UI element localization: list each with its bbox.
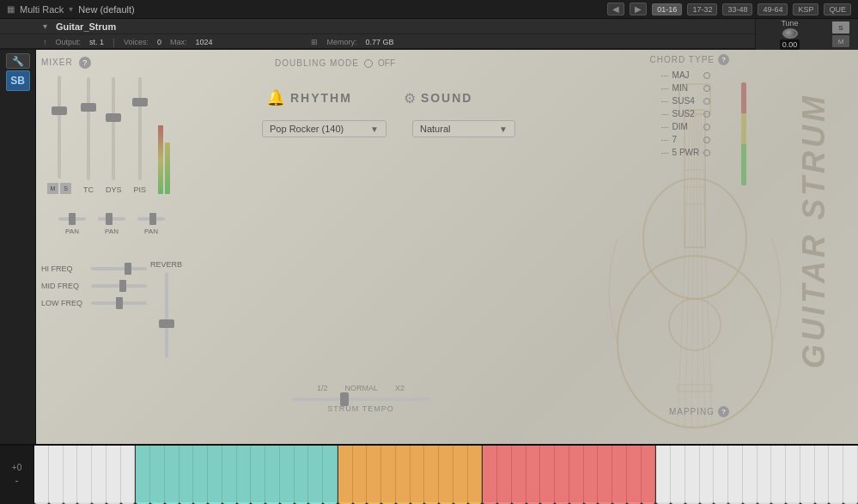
m-fader-btn[interactable]: M bbox=[47, 183, 58, 194]
white-key-orange[interactable] bbox=[468, 446, 483, 504]
chord-dim[interactable]: --- DIM bbox=[650, 122, 729, 131]
white-key-teal[interactable] bbox=[193, 446, 208, 504]
mixer-help-icon[interactable]: ? bbox=[79, 57, 91, 69]
ksp-button[interactable]: KSP bbox=[793, 3, 818, 15]
white-key[interactable] bbox=[700, 446, 715, 504]
white-key-teal[interactable] bbox=[323, 446, 338, 504]
pan-tc[interactable]: PAN bbox=[58, 217, 86, 235]
white-key-orange[interactable] bbox=[381, 446, 396, 504]
white-key[interactable] bbox=[771, 446, 786, 504]
s-fader-btn[interactable]: S bbox=[60, 183, 71, 194]
range-01-16[interactable]: 01-16 bbox=[652, 3, 682, 15]
chord-sus2[interactable]: --- SUS2 bbox=[650, 109, 729, 118]
white-key-teal[interactable] bbox=[180, 446, 194, 504]
white-key[interactable] bbox=[34, 446, 49, 504]
range-33-48[interactable]: 33-48 bbox=[722, 3, 752, 15]
pan-dys[interactable]: PAN bbox=[98, 217, 125, 235]
white-key-orange[interactable] bbox=[453, 446, 468, 504]
white-key-pink[interactable] bbox=[526, 446, 541, 504]
white-key-pink[interactable] bbox=[642, 446, 656, 504]
white-key-teal[interactable] bbox=[136, 446, 150, 504]
white-key-pink[interactable] bbox=[598, 446, 612, 504]
chord-maj[interactable]: --- MAJ bbox=[650, 70, 729, 80]
white-key[interactable] bbox=[714, 446, 728, 504]
nav-prev[interactable]: ◀ bbox=[607, 3, 624, 15]
white-key-teal[interactable] bbox=[165, 446, 180, 504]
rhythm-dropdown[interactable]: Pop Rocker (140) ▼ bbox=[262, 120, 386, 137]
white-key-teal[interactable] bbox=[265, 446, 280, 504]
hi-freq-row[interactable]: HI FREQ bbox=[41, 264, 147, 273]
white-key-teal[interactable] bbox=[295, 446, 309, 504]
range-49-64[interactable]: 49-64 bbox=[758, 3, 788, 15]
white-key-teal[interactable] bbox=[150, 446, 165, 504]
fader-tc[interactable]: TC bbox=[83, 77, 94, 194]
chord-min[interactable]: --- MIN bbox=[650, 83, 729, 93]
fader-main[interactable]: M S bbox=[47, 76, 71, 194]
white-key[interactable] bbox=[786, 446, 800, 504]
octave-minus[interactable]: - bbox=[15, 475, 19, 487]
white-key[interactable] bbox=[49, 446, 64, 504]
white-key-pink[interactable] bbox=[584, 446, 599, 504]
fader-pis[interactable]: PIS bbox=[134, 77, 147, 194]
white-key[interactable] bbox=[92, 446, 106, 504]
white-key-orange[interactable] bbox=[353, 446, 368, 504]
white-key-orange[interactable] bbox=[396, 446, 411, 504]
white-key[interactable] bbox=[743, 446, 758, 504]
keyboard-white-keys[interactable] bbox=[34, 446, 858, 504]
doubling-off-radio[interactable] bbox=[364, 59, 373, 68]
white-key-teal[interactable] bbox=[208, 446, 222, 504]
pan-pis[interactable]: PAN bbox=[137, 217, 165, 235]
nav-next[interactable]: ▶ bbox=[630, 3, 647, 15]
reverb-fader[interactable] bbox=[165, 272, 168, 358]
white-key[interactable] bbox=[728, 446, 743, 504]
white-key[interactable] bbox=[64, 446, 78, 504]
range-17-32[interactable]: 17-32 bbox=[687, 3, 717, 15]
white-key-pink[interactable] bbox=[627, 446, 642, 504]
white-key[interactable] bbox=[656, 446, 671, 504]
sound-dropdown[interactable]: Natural ▼ bbox=[412, 120, 515, 137]
white-key-pink[interactable] bbox=[497, 446, 512, 504]
white-key[interactable] bbox=[843, 446, 858, 504]
mapping-help-icon[interactable]: ? bbox=[718, 406, 729, 417]
white-key-pink[interactable] bbox=[540, 446, 555, 504]
white-key[interactable] bbox=[815, 446, 830, 504]
low-freq-row[interactable]: LOW FREQ bbox=[41, 299, 147, 307]
strum-tempo-slider[interactable] bbox=[292, 398, 429, 401]
white-key-teal[interactable] bbox=[251, 446, 265, 504]
white-key[interactable] bbox=[800, 446, 815, 504]
fader-dys[interactable]: DYS bbox=[106, 77, 122, 194]
white-key-orange[interactable] bbox=[338, 446, 353, 504]
white-key-orange[interactable] bbox=[367, 446, 381, 504]
white-key[interactable] bbox=[106, 446, 121, 504]
white-key-pink[interactable] bbox=[612, 446, 627, 504]
white-key-teal[interactable] bbox=[308, 446, 323, 504]
white-key-teal[interactable] bbox=[280, 446, 295, 504]
white-key-pink[interactable] bbox=[569, 446, 584, 504]
chord-7[interactable]: --- 7 bbox=[650, 135, 729, 144]
chord-5pwr[interactable]: --- 5 PWR bbox=[650, 148, 729, 157]
tune-knob[interactable] bbox=[782, 28, 798, 39]
white-key[interactable] bbox=[829, 446, 843, 504]
instrument-arrow[interactable]: ▾ bbox=[43, 21, 47, 31]
white-key-teal[interactable] bbox=[222, 446, 237, 504]
chord-help-icon[interactable]: ? bbox=[718, 54, 729, 65]
white-key[interactable] bbox=[685, 446, 700, 504]
white-key-orange[interactable] bbox=[411, 446, 425, 504]
white-key-orange[interactable] bbox=[439, 446, 453, 504]
white-key[interactable] bbox=[77, 446, 92, 504]
s-button[interactable]: S bbox=[832, 21, 849, 33]
white-key[interactable] bbox=[758, 446, 772, 504]
chord-sus4[interactable]: --- SUS4 bbox=[650, 96, 729, 106]
white-key-pink[interactable] bbox=[555, 446, 569, 504]
preset-arrow[interactable]: ▾ bbox=[69, 4, 73, 14]
mid-freq-row[interactable]: MID FREQ bbox=[41, 282, 147, 290]
white-key-orange[interactable] bbox=[424, 446, 439, 504]
wrench-icon[interactable]: 🔧 bbox=[6, 53, 30, 69]
white-key-pink[interactable] bbox=[512, 446, 526, 504]
white-key-pink[interactable] bbox=[483, 446, 497, 504]
white-key-teal[interactable] bbox=[237, 446, 252, 504]
white-key[interactable] bbox=[671, 446, 685, 504]
que-button[interactable]: QUE bbox=[824, 3, 851, 15]
white-key[interactable] bbox=[121, 446, 136, 504]
m-button[interactable]: M bbox=[832, 35, 849, 47]
